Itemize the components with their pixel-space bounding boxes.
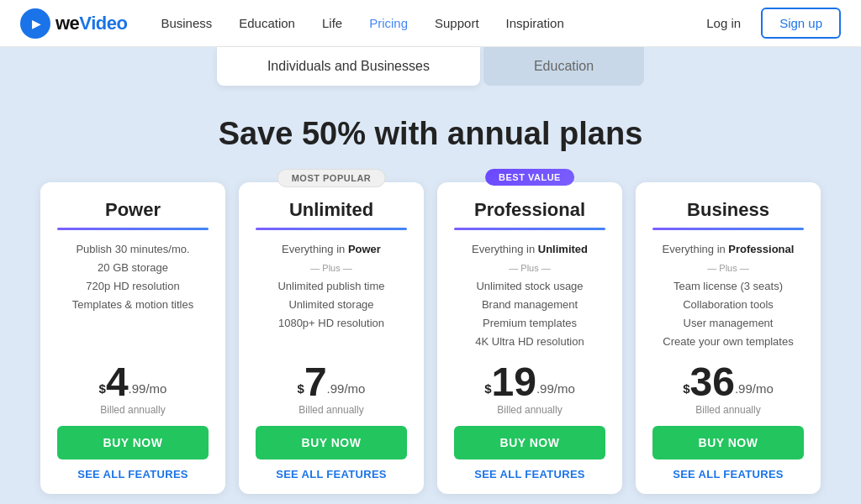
plan-power-buy[interactable]: BUY NOW (57, 426, 209, 459)
plan-power-dollar: $ (99, 381, 106, 396)
plan-business-divider (652, 228, 804, 230)
navbar: weVideo Business Education Life Pricing … (0, 0, 861, 47)
logo-icon (20, 8, 50, 39)
plan-power: Power Publish 30 minutes/mo.20 GB storag… (40, 182, 225, 494)
plan-unlimited-dollar: $ (298, 381, 304, 396)
plan-professional-dollar: $ (484, 381, 491, 396)
plan-unlimited-features: Everything in Power — Plus — Unlimited p… (256, 240, 407, 352)
plan-power-divider (57, 228, 209, 230)
plan-professional: BEST VALUE Professional Everything in Un… (437, 182, 622, 494)
plan-unlimited-cents: .99/mo (327, 381, 366, 396)
plan-power-price: $ 4 .99/mo (57, 362, 209, 402)
signup-button[interactable]: Sign up (761, 8, 841, 39)
plan-power-main: 4 (106, 362, 129, 402)
logo-text: weVideo (55, 13, 127, 34)
login-button[interactable]: Log in (696, 9, 751, 37)
plan-professional-title: Professional (454, 199, 605, 221)
nav-support[interactable]: Support (435, 16, 479, 30)
plan-unlimited-main: 7 (304, 362, 327, 402)
plan-unlimited-price: $ 7 .99/mo (256, 362, 407, 402)
nav-life[interactable]: Life (322, 16, 342, 30)
tabs-bar: Individuals and Businesses Education (0, 47, 861, 86)
plan-business: Business Everything in Professional — Pl… (636, 182, 821, 494)
plan-business-features: Everything in Professional — Plus — Team… (652, 240, 804, 352)
nav-links: Business Education Life Pricing Support … (161, 16, 696, 30)
logo[interactable]: weVideo (20, 8, 127, 39)
plan-unlimited-badge: MOST POPULAR (277, 169, 386, 187)
plan-professional-see-all[interactable]: SEE ALL FEATURES (454, 468, 605, 480)
plan-unlimited-billed: Billed annually (256, 404, 407, 416)
nav-pricing[interactable]: Pricing (369, 16, 408, 30)
nav-actions: Log in Sign up (696, 8, 841, 39)
plan-business-cents: .99/mo (735, 381, 774, 396)
plan-professional-billed: Billed annually (454, 404, 605, 416)
plan-professional-buy[interactable]: BUY NOW (454, 426, 605, 459)
plan-professional-divider (454, 228, 605, 230)
plan-business-buy[interactable]: BUY NOW (652, 426, 804, 459)
plan-professional-badge: BEST VALUE (485, 169, 574, 186)
plan-power-billed: Billed annually (57, 404, 209, 416)
plan-professional-price: $ 19 .99/mo (454, 362, 605, 402)
plan-power-title: Power (57, 199, 209, 221)
plan-power-cents: .99/mo (129, 381, 167, 396)
plan-business-dollar: $ (683, 381, 689, 396)
plan-professional-features: Everything in Unlimited — Plus — Unlimit… (454, 240, 605, 352)
plan-business-price: $ 36 .99/mo (652, 362, 804, 402)
plan-professional-main: 19 (492, 362, 536, 402)
plan-unlimited-title: Unlimited (256, 199, 407, 221)
plan-business-main: 36 (690, 362, 735, 402)
plan-business-title: Business (652, 199, 804, 221)
plan-business-billed: Billed annually (652, 404, 804, 416)
plan-business-see-all[interactable]: SEE ALL FEATURES (652, 468, 804, 480)
plan-power-see-all[interactable]: SEE ALL FEATURES (57, 468, 209, 480)
tab-individuals[interactable]: Individuals and Businesses (217, 47, 480, 86)
plan-power-features: Publish 30 minutes/mo.20 GB storage720p … (57, 240, 209, 352)
tab-education[interactable]: Education (483, 47, 644, 86)
nav-inspiration[interactable]: Inspiration (506, 16, 564, 30)
pricing-cards: Power Publish 30 minutes/mo.20 GB storag… (0, 182, 861, 494)
plan-unlimited: MOST POPULAR Unlimited Everything in Pow… (239, 182, 424, 494)
plan-unlimited-divider (256, 228, 407, 230)
plan-professional-cents: .99/mo (536, 381, 575, 396)
plan-unlimited-see-all[interactable]: SEE ALL FEATURES (256, 468, 407, 480)
plan-unlimited-buy[interactable]: BUY NOW (256, 426, 407, 459)
nav-business[interactable]: Business (161, 16, 212, 30)
hero-headline: Save 50% with annual plans (0, 116, 861, 152)
nav-education[interactable]: Education (239, 16, 295, 30)
hero-section: Save 50% with annual plans (0, 86, 861, 169)
